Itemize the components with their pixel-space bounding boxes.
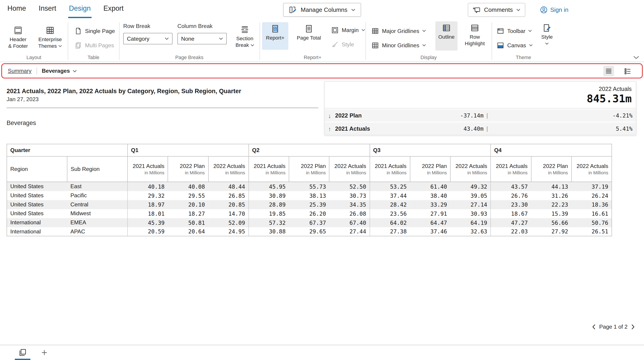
value-cell: 45.39 (128, 218, 168, 227)
chevron-down-icon (219, 38, 223, 40)
margin-label: Margin (342, 27, 359, 33)
menu-tabs: Home Insert Design Export (6, 0, 124, 20)
menu-tab-design[interactable]: Design (68, 0, 92, 18)
pager: Page 1 of 2 (592, 324, 634, 330)
detail-view-icon (624, 67, 632, 75)
next-page-button[interactable] (631, 324, 634, 330)
row-break-label: Row Break (123, 23, 172, 29)
outline-button[interactable]: Outline (436, 21, 458, 51)
value-cell: 30.73 (330, 191, 370, 200)
ribbon-group-page-breaks: Row Break Category Column Break None (119, 20, 260, 62)
manage-columns-button[interactable]: Manage Columns (283, 3, 361, 17)
ribbon-group-display: Major Gridlines Minor Gridlines (366, 20, 492, 62)
page-total-button[interactable]: Page Total (292, 22, 325, 50)
active-sheet-tab[interactable] (15, 345, 30, 360)
minor-gridlines-button[interactable]: Minor Gridlines (370, 40, 432, 51)
canvas-theme-button[interactable]: Canvas (495, 40, 534, 51)
value-cell: 39.05 (450, 191, 491, 200)
theme-style-button[interactable]: Style (536, 21, 558, 51)
value-cell: 26.85 (208, 191, 249, 200)
toolbar-theme-button[interactable]: Toolbar (495, 26, 534, 36)
kpi-row-label: 2021 Actuals (335, 125, 370, 132)
major-gridlines-button[interactable]: Major Gridlines (370, 26, 432, 36)
row-highlight-button[interactable]: Row Highlight (461, 21, 489, 51)
row-break-select[interactable]: Category (123, 33, 172, 45)
brush-icon (331, 41, 339, 48)
value-cell: 44.13 (531, 182, 572, 191)
value-cell: 18.36 (571, 200, 612, 209)
detail-view-button[interactable] (622, 66, 633, 76)
header-footer-button[interactable]: Header & Footer (6, 24, 30, 52)
group-label-report-plus: Report+ (260, 55, 366, 60)
single-page-label: Single Page (85, 28, 115, 34)
value-cell: 48.44 (208, 182, 249, 191)
chevron-down-icon (516, 9, 520, 11)
canvas-label: Canvas (507, 42, 526, 48)
collapse-ribbon-button[interactable] (633, 53, 639, 61)
measure-header: 2022 Actualsin Millions (450, 156, 491, 182)
enterprise-themes-button[interactable]: Enterprise Themes (35, 24, 65, 52)
value-cell: 26.51 (571, 227, 612, 236)
report-plus-icon (270, 24, 280, 34)
summary-link[interactable]: Summary (8, 68, 31, 74)
view-toggles (603, 66, 636, 76)
value-cell: 23.56 (370, 209, 410, 218)
value-cell: 20.59 (128, 227, 168, 236)
measure-header: 2022 Planin Millions (410, 156, 450, 182)
value-cell: 61.40 (410, 182, 450, 191)
value-cell: 67.40 (330, 218, 370, 227)
value-cell: 55.73 (289, 182, 330, 191)
kpi-row-delta: 43.40m (464, 125, 484, 132)
single-page-icon (74, 27, 82, 35)
column-break-select[interactable]: None (178, 33, 227, 45)
value-cell: 64.02 (370, 218, 410, 227)
chevron-down-icon (529, 44, 532, 46)
app-root: Home Insert Design Export Manage Columns… (0, 0, 644, 360)
value-cell: 40.18 (128, 182, 168, 191)
group-label-theme: Theme (492, 55, 555, 60)
subregion-cell: EMEA (67, 218, 128, 227)
style-button[interactable]: Style (330, 39, 367, 50)
list-view-button[interactable] (603, 66, 614, 76)
value-cell: 27.92 (531, 227, 572, 236)
subregion-header: Sub Region (67, 156, 128, 182)
menu-tab-home[interactable]: Home (6, 0, 27, 18)
multi-pages-button[interactable]: Multi Pages (73, 40, 119, 51)
add-sheet-button[interactable] (40, 348, 49, 357)
toolbar-label: Toolbar (507, 28, 526, 34)
value-cell: 52.50 (330, 182, 370, 191)
value-cell: 29.65 (289, 227, 330, 236)
value-cell: 25.39 (289, 200, 330, 209)
manage-columns-label: Manage Columns (301, 7, 347, 13)
single-page-button[interactable]: Single Page (73, 26, 119, 36)
multi-pages-label: Multi Pages (85, 42, 114, 48)
region-cell: United States (7, 209, 67, 218)
region-cell: United States (7, 182, 67, 191)
comments-button[interactable]: Comments (468, 3, 525, 17)
sign-in-label: Sign in (550, 7, 568, 13)
quarter-col-q2: Q2 (248, 144, 370, 156)
measure-name: 2022 Actuals (454, 163, 487, 169)
value-cell: 18.01 (128, 209, 168, 218)
table-row: United StatesCentral18.9720.1020.8528.89… (7, 200, 612, 209)
region-cell: United States (7, 200, 67, 209)
page-total-label: Page Total (294, 35, 324, 41)
chevron-down-icon (250, 44, 254, 47)
outline-icon (442, 24, 451, 33)
previous-page-button[interactable] (592, 324, 596, 330)
menu-tab-insert[interactable]: Insert (38, 0, 57, 18)
group-label-display: Display (366, 55, 492, 60)
value-cell: 32.63 (450, 227, 491, 236)
region-cell: International (7, 227, 67, 236)
report-plus-button[interactable]: Report+ (262, 22, 288, 50)
subregion-cell: Midwest (67, 209, 128, 218)
section-break-button[interactable]: Section Break (232, 23, 258, 51)
minor-gridlines-icon (371, 41, 379, 49)
quarter-col-q4: Q4 (491, 144, 612, 156)
themes-grid-icon (46, 26, 55, 35)
subregion-cell: APAC (67, 227, 128, 236)
menu-tab-export[interactable]: Export (103, 0, 124, 18)
current-sheet-tab[interactable]: Beverages (42, 68, 77, 74)
sign-in-button[interactable]: Sign in (540, 6, 568, 14)
margin-button[interactable]: Margin (330, 25, 367, 35)
